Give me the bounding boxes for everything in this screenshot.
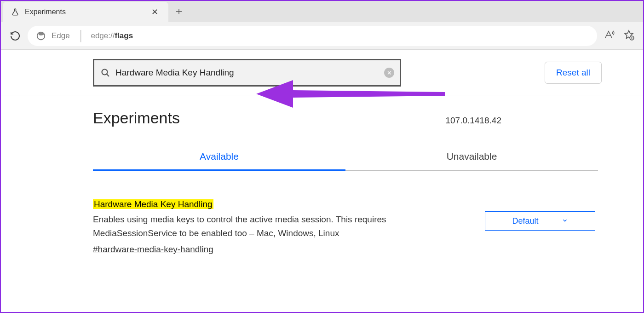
flag-title: Hardware Media Key Handling (93, 199, 213, 209)
omnibox-source-label: Edge (52, 31, 70, 41)
address-bar[interactable]: Edge │ edge://flags (28, 26, 597, 46)
omnibox-url: edge://flags (91, 31, 133, 41)
page-title: Experiments (93, 109, 180, 127)
flag-description: Enables using media keys to control the … (93, 213, 406, 240)
edge-logo-icon (36, 31, 46, 41)
search-icon (100, 67, 111, 78)
read-aloud-icon[interactable] (604, 29, 615, 43)
tab-unavailable[interactable]: Unavailable (345, 145, 598, 170)
experiment-tabs: Available Unavailable (93, 145, 598, 171)
version-label: 107.0.1418.42 (445, 116, 501, 126)
flag-text: Hardware Media Key Handling Enables usin… (93, 197, 406, 256)
flags-topbar: ✕ Reset all (1, 50, 643, 95)
tab-strip: Experiments ✕ (1, 1, 643, 22)
browser-toolbar: Edge │ edge://flags (1, 22, 643, 50)
svg-point-2 (102, 70, 108, 75)
flag-anchor-link[interactable]: #hardware-media-key-handling (93, 243, 213, 256)
new-tab-button[interactable] (168, 1, 190, 22)
tab-title: Experiments (25, 8, 143, 16)
flag-item: Hardware Media Key Handling Enables usin… (93, 197, 598, 256)
browser-tab[interactable]: Experiments ✕ (3, 2, 168, 22)
flag-select-wrap: Default (485, 211, 595, 231)
browser-chrome: Experiments ✕ Edge │ edge://flags (1, 1, 643, 50)
flask-icon (11, 8, 19, 16)
search-input[interactable] (115, 68, 380, 78)
header-row: Experiments 107.0.1418.42 (93, 109, 598, 127)
tab-available[interactable]: Available (93, 145, 345, 170)
main-content: Experiments 107.0.1418.42 Available Unav… (1, 95, 643, 256)
close-icon[interactable]: ✕ (149, 6, 161, 18)
reset-all-button[interactable]: Reset all (545, 62, 602, 84)
omnibox-separator: │ (78, 30, 85, 42)
search-box[interactable]: ✕ (93, 59, 401, 87)
chevron-down-icon (562, 216, 568, 226)
reload-button[interactable] (9, 30, 21, 42)
flag-select-value: Default (512, 216, 538, 226)
toolbar-actions (604, 29, 635, 43)
clear-search-icon[interactable]: ✕ (384, 68, 394, 78)
favorites-icon[interactable] (623, 29, 635, 43)
page-content: ✕ Reset all Experiments 107.0.1418.42 Av… (1, 50, 643, 256)
flag-state-select[interactable]: Default (485, 211, 595, 231)
